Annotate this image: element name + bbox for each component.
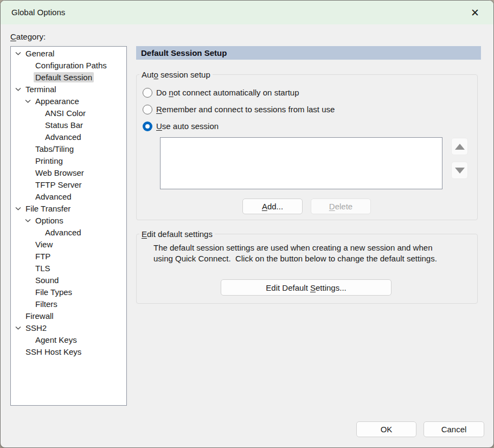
tree-item-view[interactable]: View [11, 238, 126, 250]
tree-item-advanced[interactable]: Advanced [11, 131, 126, 143]
auto-session-list[interactable] [160, 137, 442, 189]
tree-item-firewall[interactable]: Firewall [11, 310, 126, 322]
tree-item-label: General [24, 48, 56, 59]
tree-item-label: Printing [34, 156, 65, 166]
tree-item-label: Advanced [43, 227, 83, 238]
edit-group-title: Edit default settings [139, 229, 215, 239]
tree-item-file-types[interactable]: File Types [11, 286, 126, 298]
tree-item-configuration-paths[interactable]: Configuration Paths [11, 59, 126, 71]
tree-item-label: SSH Host Keys [24, 347, 83, 357]
tree-item-ftp[interactable]: FTP [11, 250, 126, 262]
cancel-button[interactable]: Cancel [424, 421, 484, 437]
title-bar: Global Options ✕ [1, 1, 493, 24]
tree-item-label: TFTP Server [34, 180, 84, 190]
close-icon: ✕ [471, 7, 479, 19]
tree-item-tls[interactable]: TLS [11, 262, 126, 274]
chevron-down-icon[interactable] [25, 219, 34, 222]
radio-icon[interactable] [143, 88, 152, 98]
tree-item-general[interactable]: General [11, 47, 126, 59]
tree-item-options[interactable]: Options [11, 214, 126, 226]
tree-item-label: File Types [34, 287, 74, 297]
tree-item-ssh-host-keys[interactable]: SSH Host Keys [11, 345, 126, 357]
radio-icon[interactable] [143, 121, 152, 131]
tree-item-label: Advanced [34, 191, 73, 202]
tree-item-label: View [34, 239, 54, 249]
tree-item-agent-keys[interactable]: Agent Keys [11, 334, 126, 345]
tree-item-label: Options [34, 215, 65, 226]
edit-default-settings-button[interactable]: Edit Default Settings... [221, 279, 392, 296]
tree-item-label: FTP [34, 251, 52, 261]
tree-item-label: Agent Keys [34, 335, 79, 345]
tree-item-label: Default Session [34, 72, 94, 82]
radio-label: Use auto session [156, 121, 219, 131]
tree-item-appearance[interactable]: Appearance [11, 95, 126, 107]
edit-default-settings-group: Edit default settings The default sessio… [136, 234, 478, 304]
down-arrow-icon [455, 168, 465, 174]
tree-item-filters[interactable]: Filters [11, 298, 126, 310]
tree-item-label: Sound [34, 275, 60, 285]
tree-item-label: File Transfer [24, 203, 72, 214]
tree-item-label: Filters [34, 299, 59, 309]
close-button[interactable]: ✕ [463, 1, 487, 24]
up-arrow-icon [455, 144, 465, 150]
tree-item-printing[interactable]: Printing [11, 155, 126, 167]
tree-item-ansi-color[interactable]: ANSI Color [11, 107, 126, 119]
tree-item-label: Tabs/Tiling [34, 144, 75, 154]
radio-group: Do not connect automatically on startup … [137, 84, 477, 135]
tree-item-label: ANSI Color [43, 108, 87, 118]
tree-item-advanced[interactable]: Advanced [11, 226, 126, 238]
tree-item-ssh2[interactable]: SSH2 [11, 322, 126, 334]
tree-item-label: TLS [34, 263, 52, 273]
auto-session-group: Auto session setup Do not connect automa… [136, 74, 478, 220]
radio-option[interactable]: Do not connect automatically on startup [137, 84, 477, 101]
tree-item-tftp-server[interactable]: TFTP Server [11, 178, 126, 190]
chevron-down-icon[interactable] [25, 99, 34, 103]
dialog-window: Global Options ✕ Category: General Confi… [0, 0, 494, 448]
edit-group-description: The default session settings are used wh… [153, 242, 468, 264]
chevron-down-icon[interactable] [15, 326, 24, 330]
radio-option[interactable]: Remember and connect to sessions from la… [137, 101, 477, 118]
tree-item-label: SSH2 [24, 323, 48, 333]
tree-item-label: Web Browser [34, 168, 86, 178]
tree-item-label: Terminal [24, 84, 58, 94]
move-down-button[interactable] [451, 162, 468, 179]
chevron-down-icon[interactable] [15, 87, 24, 91]
radio-label: Remember and connect to sessions from la… [156, 105, 335, 114]
tree-item-file-transfer[interactable]: File Transfer [11, 202, 126, 214]
tree-item-label: Firewall [24, 311, 55, 321]
section-header: Default Session Setup [136, 46, 481, 60]
radio-label: Do not connect automatically on startup [156, 88, 299, 97]
delete-button[interactable]: Delete [311, 199, 371, 214]
tree-item-label: Advanced [43, 132, 83, 142]
tree-item-terminal[interactable]: Terminal [11, 83, 126, 95]
radio-option[interactable]: Use auto session [137, 118, 477, 135]
chevron-down-icon[interactable] [15, 207, 24, 210]
window-title: Global Options [11, 1, 65, 24]
move-up-button[interactable] [451, 138, 468, 155]
tree-item-label: Appearance [34, 96, 81, 106]
global-options-dialog: Global Options ✕ Category: General Confi… [0, 0, 494, 448]
tree-item-advanced[interactable]: Advanced [11, 190, 126, 202]
radio-icon[interactable] [143, 105, 152, 114]
auto-session-group-title: Auto session setup [139, 70, 213, 79]
chevron-down-icon[interactable] [15, 52, 24, 55]
category-tree: General Configuration Paths Default Sess… [10, 46, 127, 406]
tree-item-tabs-tiling[interactable]: Tabs/Tiling [11, 143, 126, 155]
category-label: Category: [10, 32, 46, 41]
tree-item-status-bar[interactable]: Status Bar [11, 119, 126, 131]
tree-item-sound[interactable]: Sound [11, 274, 126, 286]
tree-item-label: Configuration Paths [34, 60, 108, 71]
ok-button[interactable]: OK [356, 421, 416, 437]
tree-item-label: Status Bar [43, 120, 85, 130]
tree-item-web-browser[interactable]: Web Browser [11, 167, 126, 178]
add-button[interactable]: Add... [242, 199, 303, 214]
tree-item-default-session[interactable]: Default Session [11, 71, 126, 83]
